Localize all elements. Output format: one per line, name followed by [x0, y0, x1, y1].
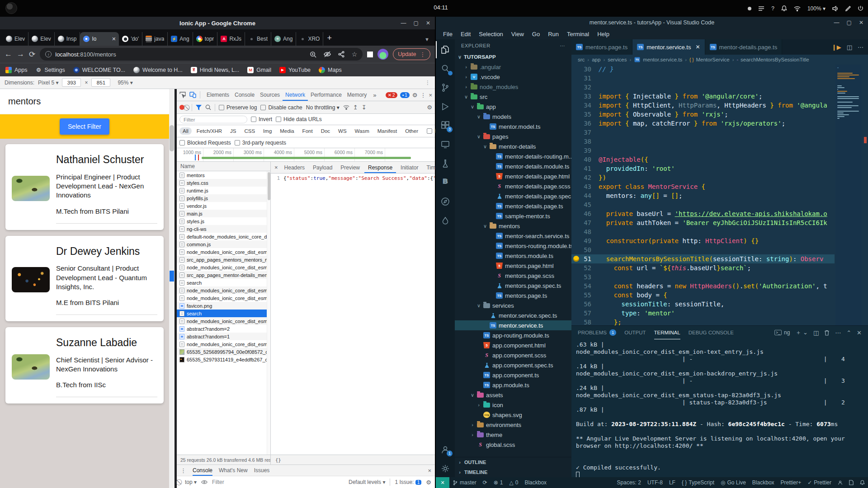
devtools-tab-console[interactable]: Console	[232, 89, 257, 101]
bookmark-item[interactable]: Maps	[319, 67, 342, 73]
chrome-titlebar[interactable]: Ionic App - Google Chrome — ▢ ✕	[0, 17, 435, 29]
status-item[interactable]	[846, 480, 857, 485]
record-network-icon[interactable]	[179, 105, 184, 110]
request-list-scrollbar[interactable]	[267, 171, 270, 455]
status-item[interactable]	[835, 480, 846, 485]
tree-item[interactable]: ∨ services	[455, 300, 571, 310]
network-filter-input[interactable]: Filter	[179, 116, 247, 123]
new-terminal-icon[interactable]: ＋ ⌄	[795, 328, 808, 337]
extension-square-icon[interactable]	[367, 52, 373, 57]
browser-tab[interactable]: Insp	[55, 32, 80, 46]
eye-blocked-icon[interactable]	[324, 51, 331, 57]
new-tab-button[interactable]: +	[327, 33, 332, 43]
network-request-row[interactable]: mentors	[177, 171, 270, 179]
detail-tab-preview[interactable]: Preview	[337, 162, 363, 173]
power-icon[interactable]	[858, 5, 863, 11]
editor-tab[interactable]: TS mentor-details.page.ts	[705, 39, 783, 55]
breadcrumb-item[interactable]: services	[608, 57, 627, 62]
network-request-row[interactable]: search	[177, 310, 270, 317]
chrome-update-button[interactable]: Update ⋮	[393, 48, 430, 60]
status-item[interactable]: LF	[666, 479, 679, 486]
filter-chip[interactable]: All	[179, 127, 192, 135]
issues-count[interactable]: 1 Issue: 1	[395, 479, 421, 485]
tree-item[interactable]: Sapp.component.scss	[455, 350, 571, 360]
browser-tab[interactable]: XRO	[296, 32, 323, 46]
status-item[interactable]: ⟳	[480, 479, 491, 486]
share-icon[interactable]	[338, 51, 344, 57]
filter-chip[interactable]: Other	[402, 127, 421, 135]
tree-item[interactable]: TSsample-mentor.ts	[455, 211, 571, 221]
export-har-icon[interactable]: ↧	[362, 104, 367, 111]
debug-icon[interactable]	[436, 98, 455, 115]
back-icon[interactable]: ←	[5, 50, 12, 59]
filter-chip[interactable]: JS	[227, 127, 239, 135]
site-info-icon[interactable]: i	[45, 51, 52, 57]
tree-item[interactable]: › V.vscode	[455, 72, 571, 82]
tree-item[interactable]: 5mentor-details.page.html	[455, 171, 571, 181]
search-icon[interactable]	[436, 60, 455, 77]
remote-indicator[interactable]: ✕	[436, 477, 449, 488]
search-icon[interactable]	[205, 104, 211, 110]
console-filter-input[interactable]: Filter	[212, 479, 224, 485]
menu-go[interactable]: Go	[528, 30, 543, 38]
close-tab-icon[interactable]: ✕	[695, 44, 700, 50]
status-item[interactable]: ✓Prettier	[804, 479, 835, 486]
shell-select[interactable]: >_ng	[774, 329, 790, 336]
filter-chip[interactable]: Font	[299, 127, 316, 135]
browser-tab[interactable]: Ang	[168, 32, 193, 46]
devtools-tab-elements[interactable]: Elements	[204, 89, 232, 101]
tree-item[interactable]: › theme	[455, 430, 571, 440]
compass-icon[interactable]	[436, 193, 455, 210]
network-request-row[interactable]: abstract?random=1	[177, 333, 270, 340]
page-scrollbar[interactable]	[169, 89, 175, 488]
tree-item[interactable]: ∨ mentor-details	[455, 141, 571, 151]
filter-chip[interactable]: Manifest	[374, 127, 400, 135]
terminal-output[interactable]: .63 kB |node_modules_ionic_core_dist_esm…	[571, 339, 868, 477]
mentor-card[interactable]: Suzanne Labadie Chief Scientist | Senior…	[5, 327, 164, 404]
name-column-header[interactable]: Name	[177, 162, 270, 171]
status-item[interactable]: ◎Go Live	[717, 479, 749, 486]
extensions-icon[interactable]: 3	[436, 117, 455, 134]
network-request-row[interactable]: main.js	[177, 210, 270, 217]
bookmark-item[interactable]: Hindi News, L...	[191, 67, 240, 73]
help-icon[interactable]: ?	[771, 5, 774, 12]
tree-item[interactable]: ∨ mentors	[455, 221, 571, 231]
network-request-row[interactable]: polyfills.js	[177, 194, 270, 202]
bookmark-star-icon[interactable]: ☆	[352, 51, 358, 58]
devtools-menu-icon[interactable]: ⋮	[420, 92, 426, 99]
devtools-tab-sources[interactable]: Sources	[257, 89, 283, 101]
tree-item[interactable]: app.component.spec.ts	[455, 360, 571, 370]
forward-icon[interactable]: →	[17, 50, 24, 59]
tree-item[interactable]: Smentors.page.scss	[455, 271, 571, 281]
network-request-row[interactable]: node_modules_ionic_core_dist_esm_i...	[177, 263, 270, 271]
tree-item[interactable]: TSmentor.service.ts	[455, 320, 571, 330]
devtools-tab-network[interactable]: Network	[283, 89, 308, 101]
menu-view[interactable]: View	[508, 30, 528, 38]
tree-item[interactable]: › node_modules	[455, 82, 571, 92]
tree-item[interactable]: › .angular	[455, 62, 571, 72]
network-request-row[interactable]: common.js	[177, 240, 270, 248]
browser-tab[interactable]: Elev	[28, 32, 54, 46]
mentor-card[interactable]: Nathaniel Schuster Principal Engineer | …	[5, 144, 164, 230]
minimap[interactable]	[835, 65, 862, 325]
editor-tab[interactable]: TS mentors.page.ts	[571, 39, 632, 55]
breadcrumb-item[interactable]: app	[592, 57, 600, 62]
browser-tab[interactable]: RxJs	[217, 32, 245, 46]
breadcrumb-item[interactable]: ◦searchMentorsBySessionTitle	[736, 57, 809, 62]
device-zoom-select[interactable]: 95% ▾	[118, 80, 132, 86]
tree-item[interactable]: ∨ pages	[455, 131, 571, 141]
network-request-row[interactable]: node_modules_ionic_core_dist_esm_i...	[177, 340, 270, 348]
zoom-icon[interactable]	[310, 51, 316, 58]
panel-more-icon[interactable]: ⋯	[835, 329, 841, 336]
status-item[interactable]: Prettier+	[778, 479, 805, 486]
network-request-row[interactable]: search	[177, 279, 270, 286]
panel-tab-terminal[interactable]: TERMINAL	[654, 326, 680, 339]
menu-edit[interactable]: Edit	[457, 30, 474, 38]
menu-terminal[interactable]: Terminal	[563, 30, 593, 38]
bookmark-item[interactable]: Apps	[5, 67, 28, 73]
panel-tab-output[interactable]: OUTPUT	[624, 326, 646, 339]
tree-item[interactable]: mentor.service.spec.ts	[455, 310, 571, 320]
volume-icon[interactable]	[832, 6, 839, 11]
filter-chip[interactable]: WS	[335, 127, 350, 135]
run-warning-icon[interactable]: ❙▶	[832, 44, 841, 51]
